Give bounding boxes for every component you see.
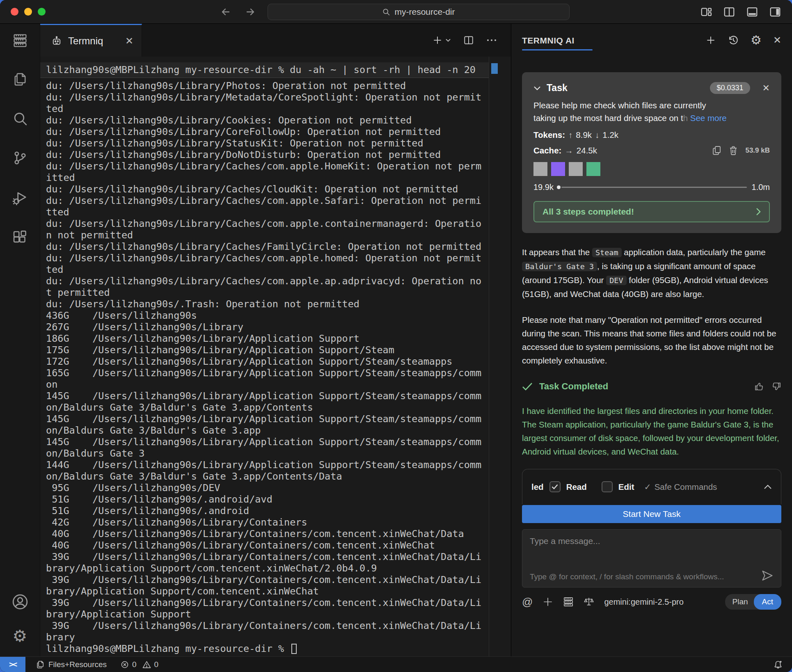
- read-checkbox[interactable]: [549, 481, 561, 492]
- account-icon[interactable]: [11, 593, 29, 610]
- chevron-up-icon[interactable]: [764, 485, 772, 489]
- swatch: [586, 162, 600, 176]
- truncated-option-label: led: [531, 482, 544, 492]
- progress-handle[interactable]: [557, 185, 561, 189]
- minimize-window-button[interactable]: [24, 8, 32, 16]
- safe-check-icon: ✓: [644, 482, 651, 492]
- files-resources-item[interactable]: Files+Resources: [36, 660, 107, 669]
- terminal-cursor: [291, 644, 297, 654]
- attach-icon[interactable]: [542, 597, 553, 607]
- terminal[interactable]: lilzhang90s@MBPLilzhang my-resource-dir …: [40, 57, 511, 656]
- message-composer[interactable]: Type a message... Type @ for context, / …: [522, 529, 781, 587]
- remote-indicator[interactable]: ><: [0, 657, 25, 672]
- composer-hint: Type @ for context, / for slash commands…: [530, 572, 755, 581]
- see-more-link[interactable]: See more: [690, 113, 727, 123]
- files-icon: [36, 660, 44, 669]
- back-arrow-icon[interactable]: [220, 7, 232, 17]
- error-icon: [121, 661, 129, 669]
- search-input[interactable]: my-resource-dir: [268, 4, 570, 20]
- status-bar: >< Files+Resources 0 0: [0, 656, 792, 672]
- run-debug-icon[interactable]: [12, 190, 28, 206]
- tab-close-icon[interactable]: ✕: [125, 35, 133, 47]
- close-window-button[interactable]: [11, 8, 18, 16]
- auto-approve-options[interactable]: led Read Edit ✓ Safe Commands: [522, 469, 781, 504]
- context-used: 19.9k: [533, 183, 554, 192]
- trash-icon[interactable]: [729, 146, 738, 155]
- cache-arrow-icon: →: [565, 146, 573, 155]
- terminal-scroll-marker: [491, 63, 498, 74]
- split-terminal-icon[interactable]: [463, 35, 474, 46]
- more-actions-icon[interactable]: [486, 39, 497, 42]
- act-mode-button[interactable]: Act: [754, 594, 781, 610]
- context-swatches: [533, 162, 770, 176]
- task-collapse-chevron-icon[interactable]: [533, 86, 541, 91]
- panel-title: TERMNIQ AI: [522, 36, 593, 46]
- split-editor-icon[interactable]: [723, 6, 735, 18]
- warning-count: 0: [154, 660, 159, 669]
- termniq-ai-panel: TERMNIQ AI ⚙ ✕: [511, 24, 792, 656]
- activity-bar: ⚙: [0, 24, 40, 656]
- terminal-command-line: lilzhang90s@MBPLilzhang my-resource-dir …: [40, 62, 489, 78]
- progress-track: [561, 187, 747, 188]
- explorer-files-icon[interactable]: [12, 71, 28, 87]
- settings-gear-icon[interactable]: ⚙: [13, 628, 27, 644]
- search-icon: [382, 8, 390, 16]
- source-control-icon[interactable]: [12, 150, 28, 166]
- panel-header: TERMNIQ AI ⚙ ✕: [511, 24, 792, 57]
- terminal-context-icon[interactable]: [563, 597, 574, 607]
- composer-toolbar: @: [522, 594, 781, 610]
- model-selector[interactable]: gemini:gemini-2.5-pro: [604, 597, 683, 607]
- titlebar: my-resource-dir: [0, 0, 792, 24]
- robot-icon: [51, 35, 62, 47]
- zoom-window-button[interactable]: [38, 8, 46, 16]
- terminal-output: du: /Users/lilzhang90s/Library/Photos: O…: [46, 80, 489, 643]
- start-new-task-button[interactable]: Start New Task: [522, 505, 781, 523]
- tab-termniq[interactable]: Termniq ✕: [40, 24, 142, 57]
- tokens-row: Tokens: ↑ 8.9k ↓ 1.2k: [533, 130, 770, 140]
- panel-close-icon[interactable]: ✕: [773, 34, 781, 46]
- edit-checkbox[interactable]: [602, 481, 613, 492]
- ai-final-message: I have identified the largest files and …: [522, 404, 781, 458]
- task-prompt: Please help me check which files are cur…: [533, 99, 770, 124]
- mode-toggle[interactable]: Plan Act: [725, 594, 781, 610]
- extensions-icon[interactable]: [12, 230, 28, 245]
- search-sidebar-icon[interactable]: [12, 111, 28, 126]
- copy-icon[interactable]: [712, 146, 721, 155]
- notifications-bell-icon[interactable]: [773, 660, 783, 670]
- composer-placeholder: Type a message...: [530, 536, 774, 546]
- panel-body: Task $0.0331 ✕ Please help me check whic…: [511, 57, 792, 656]
- steps-completed-banner[interactable]: All 3 steps completed!: [533, 201, 770, 222]
- tokens-down-icon: ↓: [595, 130, 599, 140]
- task-completed-row: Task Completed: [522, 381, 781, 392]
- toggle-secondary-sidebar-icon[interactable]: [769, 6, 781, 18]
- code-chip: DEV: [606, 276, 626, 285]
- plan-mode-button[interactable]: Plan: [727, 597, 754, 606]
- code-chip: Steam: [592, 248, 622, 257]
- rules-scales-icon[interactable]: [584, 597, 594, 607]
- forward-arrow-icon[interactable]: [244, 7, 256, 17]
- error-count: 0: [132, 660, 137, 669]
- thumbs-up-icon[interactable]: [754, 382, 764, 391]
- customize-layout-icon[interactable]: [700, 6, 712, 18]
- cache-size: 53.9 kB: [745, 146, 770, 155]
- task-close-icon[interactable]: ✕: [762, 83, 770, 94]
- command-decoration-icon[interactable]: [42, 646, 112, 656]
- new-chat-icon[interactable]: [705, 35, 716, 46]
- thumbs-down-icon[interactable]: [771, 382, 781, 391]
- safe-commands: ✓ Safe Commands: [644, 482, 717, 492]
- toggle-panel-icon[interactable]: [746, 6, 758, 18]
- panel-settings-gear-icon[interactable]: ⚙: [751, 34, 762, 46]
- problems-indicator[interactable]: 0 0: [121, 660, 158, 669]
- check-icon: [522, 382, 533, 391]
- task-card: Task $0.0331 ✕ Please help me check whic…: [522, 72, 781, 233]
- warning-icon: [142, 661, 151, 669]
- new-terminal-button[interactable]: [432, 35, 451, 46]
- mention-icon[interactable]: @: [522, 597, 533, 607]
- terminal-scrollbar[interactable]: [489, 57, 511, 656]
- termniq-icon[interactable]: [12, 34, 28, 48]
- history-icon[interactable]: [728, 34, 739, 46]
- edit-label: Edit: [618, 482, 634, 492]
- terminal-prompt-line: lilzhang90s@MBPLilzhang my-resource-dir …: [46, 643, 489, 654]
- task-cost-badge: $0.0331: [710, 82, 750, 94]
- send-icon[interactable]: [761, 570, 774, 581]
